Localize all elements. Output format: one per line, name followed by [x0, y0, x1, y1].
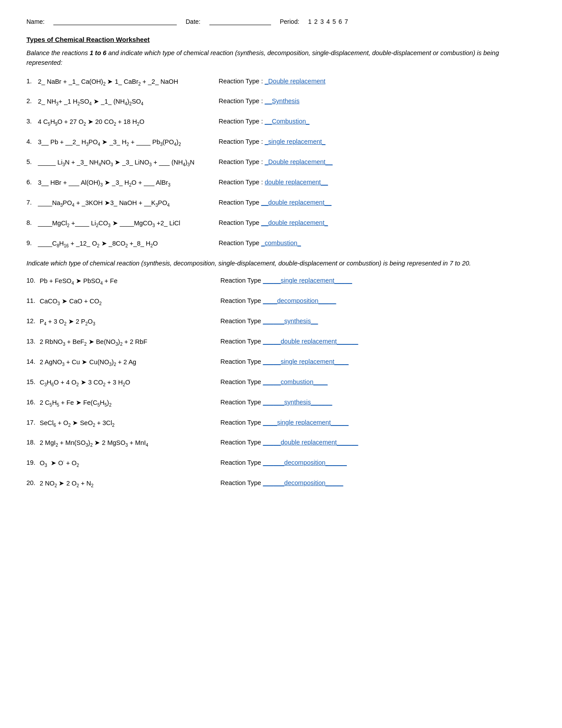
reaction-type-10: Reaction Type _____single replacement___… — [207, 276, 536, 285]
reaction-answer-16: ______synthesis______ — [263, 399, 332, 406]
reaction-num-6: 6. — [26, 178, 38, 187]
reaction-item-2: 2. 2_ NH3+ _1 H2SO4 ➤ _1_ (NH4)2SO4 Reac… — [26, 97, 536, 107]
reaction-equation-7: ____Na3PO4 + _3KOH ➤3_ NaOH + __K3PO4 — [38, 198, 205, 209]
reaction-num-4: 4. — [26, 137, 38, 146]
reaction-equation-4: 3__ Pb + __2_ H3PO4 ➤ _3_ H2 + ____ Pb3(… — [38, 137, 205, 148]
reaction-type-2: Reaction Type : __Synthesis — [205, 97, 536, 105]
reaction-type-1: Reaction Type : _Double replacement — [205, 77, 536, 86]
reaction-equation-10: Pb + FeSO4 ➤ PbSO4 + Fe — [40, 276, 207, 287]
reaction-type-6: Reaction Type : double replacement__ — [205, 178, 536, 187]
reaction-type-20: Reaction Type ______decomposition_____ — [207, 478, 536, 487]
reaction-type-4: Reaction Type : _single replacement_ — [205, 137, 536, 146]
name-field[interactable] — [53, 18, 177, 25]
reaction-num-11: 11. — [26, 296, 40, 305]
reaction-answer-12: ______synthesis__ — [263, 317, 318, 325]
reaction-equation-15: C3H6O + 4 O2 ➤ 3 CO2 + 3 H2O — [40, 377, 207, 388]
reaction-type-3: Reaction Type : __Combustion_ — [205, 117, 536, 126]
reaction-equation-20: 2 NO2 ➤ 2 O2 + N2 — [40, 478, 207, 489]
reaction-num-2: 2. — [26, 97, 38, 105]
reaction-item-16: 16. 2 C5H5 + Fe ➤ Fe(C5H5)2 Reaction Typ… — [26, 398, 536, 408]
reaction-item-15: 15. C3H6O + 4 O2 ➤ 3 CO2 + 3 H2O Reactio… — [26, 377, 536, 388]
reaction-answer-4: _single replacement_ — [265, 138, 326, 145]
reaction-num-10: 10. — [26, 276, 40, 285]
reaction-type-12: Reaction Type ______synthesis__ — [207, 317, 536, 325]
reaction-type-9: Reaction Type _combustion_ — [205, 239, 536, 247]
reaction-type-7: Reaction Type __double replacement__ — [205, 198, 536, 207]
worksheet-title: Types of Chemical Reaction Worksheet — [26, 36, 536, 43]
period-3[interactable]: 3 — [320, 18, 324, 25]
reaction-answer-9: _combustion_ — [261, 239, 301, 246]
reaction-type-8: Reaction Type __double replacement_ — [205, 218, 536, 227]
reaction-item-11: 11. CaCO3 ➤ CaO + CO2 Reaction Type ____… — [26, 296, 536, 307]
reaction-equation-8: ____MgCl2 +____ Li2CO3 ➤ ____MgCO3 +2_ L… — [38, 218, 205, 229]
reaction-item-7: 7. ____Na3PO4 + _3KOH ➤3_ NaOH + __K3PO4… — [26, 198, 536, 209]
reaction-equation-12: P4 + 3 O2 ➤ 2 P2O3 — [40, 317, 207, 327]
reaction-equation-17: SeCl6 + O2 ➤ SeO2 + 3Cl2 — [40, 418, 207, 429]
reactions-part2: 10. Pb + FeSO4 ➤ PbSO4 + Fe Reaction Typ… — [26, 276, 536, 489]
reaction-num-13: 13. — [26, 337, 40, 346]
reaction-num-1: 1. — [26, 77, 38, 86]
instructions-part1: Balance the reactions 1 to 6 and indicat… — [26, 49, 536, 68]
reaction-equation-9: ____C8H16 + _12_ O2 ➤ _8CO2 +_8_ H2O — [38, 239, 205, 249]
reaction-item-18: 18. 2 MgI2 + Mn(SO3)2 ➤ 2 MgSO3 + MnI4 R… — [26, 438, 536, 448]
reaction-equation-19: O3 ➤ O· + O2 — [40, 458, 207, 469]
period-7[interactable]: 7 — [345, 18, 348, 25]
name-label: Name: — [26, 18, 45, 25]
reaction-equation-18: 2 MgI2 + Mn(SO3)2 ➤ 2 MgSO3 + MnI4 — [40, 438, 207, 448]
period-label: Period: — [280, 18, 299, 25]
reaction-answer-20: ______decomposition_____ — [263, 479, 343, 486]
reaction-num-17: 17. — [26, 418, 40, 427]
period-5[interactable]: 5 — [332, 18, 336, 25]
reaction-item-17: 17. SeCl6 + O2 ➤ SeO2 + 3Cl2 Reaction Ty… — [26, 418, 536, 429]
period-2[interactable]: 2 — [314, 18, 318, 25]
reaction-item-4: 4. 3__ Pb + __2_ H3PO4 ➤ _3_ H2 + ____ P… — [26, 137, 536, 148]
reaction-type-16: Reaction Type ______synthesis______ — [207, 398, 536, 407]
title-section: Types of Chemical Reaction Worksheet Bal… — [26, 36, 536, 68]
reaction-answer-7: __double replacement__ — [261, 199, 331, 206]
reaction-item-12: 12. P4 + 3 O2 ➤ 2 P2O3 Reaction Type ___… — [26, 317, 536, 327]
period-4[interactable]: 4 — [326, 18, 330, 25]
reaction-answer-17: ____single replacement_____ — [263, 419, 348, 426]
reaction-item-1: 1. 2_ NaBr + _1_ Ca(OH)2 ➤ 1_ CaBr2 + _2… — [26, 77, 536, 87]
reaction-equation-1: 2_ NaBr + _1_ Ca(OH)2 ➤ 1_ CaBr2 + _2_ N… — [38, 77, 205, 87]
reaction-equation-6: 3__ HBr + ___ Al(OH)3 ➤ _3_ H2O + ___ Al… — [38, 178, 205, 188]
period-1[interactable]: 1 — [308, 18, 312, 25]
reactions-part1: 1. 2_ NaBr + _1_ Ca(OH)2 ➤ 1_ CaBr2 + _2… — [26, 77, 536, 249]
reaction-num-14: 14. — [26, 357, 40, 366]
reaction-type-5: Reaction Type : _Double replacement__ — [205, 157, 536, 166]
reaction-answer-8: __double replacement_ — [261, 219, 328, 226]
reaction-equation-14: 2 AgNO3 + Cu ➤ Cu(NO3)2 + 2 Ag — [40, 357, 207, 368]
instructions-part2: Indicate which type of chemical reaction… — [26, 259, 536, 269]
date-field[interactable] — [209, 18, 271, 25]
reaction-num-3: 3. — [26, 117, 38, 126]
reaction-answer-5: _Double replacement__ — [265, 158, 333, 165]
date-label: Date: — [186, 18, 200, 25]
reaction-num-7: 7. — [26, 198, 38, 207]
reaction-item-20: 20. 2 NO2 ➤ 2 O2 + N2 Reaction Type ____… — [26, 478, 536, 489]
reaction-answer-11: ____decomposition_____ — [263, 297, 336, 304]
reaction-equation-2: 2_ NH3+ _1 H2SO4 ➤ _1_ (NH4)2SO4 — [38, 97, 205, 107]
reaction-answer-6: double replacement__ — [265, 179, 328, 186]
reaction-num-9: 9. — [26, 239, 38, 247]
reaction-item-6: 6. 3__ HBr + ___ Al(OH)3 ➤ _3_ H2O + ___… — [26, 178, 536, 188]
reaction-type-14: Reaction Type _____single replacement___… — [207, 357, 536, 366]
reaction-num-18: 18. — [26, 438, 40, 447]
reaction-item-14: 14. 2 AgNO3 + Cu ➤ Cu(NO3)2 + 2 Ag React… — [26, 357, 536, 368]
reaction-answer-18: _____double replacement______ — [263, 439, 358, 446]
reaction-answer-10: _____single replacement_____ — [263, 277, 352, 284]
reaction-equation-11: CaCO3 ➤ CaO + CO2 — [40, 296, 207, 307]
reaction-equation-5: _____ Li3N + _3_ NH4NO3 ➤ _3_ LiNO3 + __… — [38, 157, 205, 168]
reaction-type-19: Reaction Type ______decomposition______ — [207, 458, 536, 467]
reaction-equation-16: 2 C5H5 + Fe ➤ Fe(C5H5)2 — [40, 398, 207, 408]
reaction-type-15: Reaction Type _____combustion____ — [207, 377, 536, 386]
reaction-item-3: 3. 4 C5H9O + 27 O2 ➤ 20 CO2 + 18 H2O Rea… — [26, 117, 536, 127]
reaction-item-10: 10. Pb + FeSO4 ➤ PbSO4 + Fe Reaction Typ… — [26, 276, 536, 287]
reaction-answer-15: _____combustion____ — [263, 378, 328, 385]
reaction-num-5: 5. — [26, 157, 38, 166]
period-6[interactable]: 6 — [339, 18, 342, 25]
reaction-item-13: 13. 2 RbNO3 + BeF2 ➤ Be(NO3)2 + 2 RbF Re… — [26, 337, 536, 347]
reaction-type-18: Reaction Type _____double replacement___… — [207, 438, 536, 447]
reaction-answer-2: __Synthesis — [265, 97, 300, 105]
reaction-equation-13: 2 RbNO3 + BeF2 ➤ Be(NO3)2 + 2 RbF — [40, 337, 207, 347]
reaction-item-5: 5. _____ Li3N + _3_ NH4NO3 ➤ _3_ LiNO3 +… — [26, 157, 536, 168]
